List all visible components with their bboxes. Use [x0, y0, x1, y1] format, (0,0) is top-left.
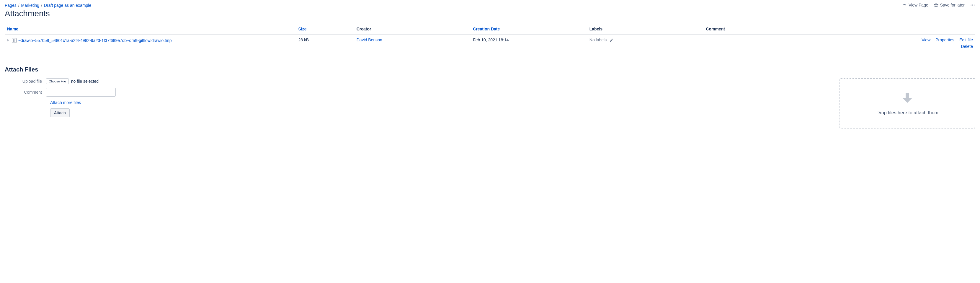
column-header-comment: Comment: [703, 24, 859, 35]
comment-label: Comment: [5, 90, 46, 94]
attachment-creator-link[interactable]: David Benson: [356, 37, 382, 42]
file-dropzone[interactable]: Drop files here to attach them: [840, 78, 975, 128]
breadcrumb-separator: /: [18, 3, 19, 8]
action-divider: [933, 38, 933, 42]
column-header-name[interactable]: Name: [5, 24, 296, 35]
view-page-label: View Page: [908, 3, 928, 7]
svg-point-3: [974, 5, 975, 6]
attach-button[interactable]: Attach: [50, 109, 70, 117]
attachment-creation-date: Feb 10, 2021 18:14: [471, 35, 587, 52]
attach-more-files-link[interactable]: Attach more files: [50, 100, 81, 105]
dropzone-text: Drop files here to attach them: [877, 110, 939, 115]
attachments-table: Name Size Creator Creation Date Labels C…: [5, 24, 975, 52]
action-delete[interactable]: Delete: [961, 44, 973, 49]
attachment-size: 28 kB: [296, 35, 354, 52]
view-page-button[interactable]: View Page: [903, 3, 928, 7]
breadcrumb: Pages / Marketing / Draft page as an exa…: [5, 2, 91, 8]
column-header-creation-date[interactable]: Creation Date: [471, 24, 587, 35]
upload-file-label: Upload file: [5, 79, 46, 83]
svg-marker-0: [934, 3, 938, 7]
star-icon: [934, 3, 939, 7]
attachment-file-link[interactable]: ~drawio~557058_54801c1a-a2f4-4982-9a23-1…: [18, 38, 172, 43]
more-actions-button[interactable]: [970, 2, 975, 8]
svg-point-1: [970, 5, 971, 6]
action-edit-file[interactable]: Edit file: [959, 37, 973, 42]
save-for-later-button[interactable]: Save for later: [934, 3, 965, 7]
download-arrow-icon: [900, 91, 915, 107]
table-row: ~drawio~557058_54801c1a-a2f4-4982-9a23-1…: [5, 35, 975, 52]
breadcrumb-separator: /: [41, 3, 42, 8]
attach-files-heading: Attach Files: [5, 66, 975, 73]
column-header-size[interactable]: Size: [296, 24, 354, 35]
ellipsis-icon: [970, 2, 975, 8]
comment-input[interactable]: [46, 88, 116, 97]
breadcrumb-link-marketing[interactable]: Marketing: [21, 3, 39, 8]
choose-file-button[interactable]: Choose File: [46, 78, 69, 84]
reply-arrow-icon: [903, 3, 907, 7]
breadcrumb-link-draft-page[interactable]: Draft page as an example: [44, 3, 91, 8]
edit-labels-icon[interactable]: [609, 38, 614, 42]
attachment-file-icon: [12, 38, 16, 43]
attach-files-form: Upload file Choose File no file selected…: [5, 78, 116, 117]
attachment-labels: No labels: [589, 37, 606, 42]
column-header-actions: [859, 24, 975, 35]
expand-row-toggle[interactable]: [7, 37, 10, 43]
action-properties[interactable]: Properties: [935, 37, 954, 42]
column-header-labels: Labels: [587, 24, 704, 35]
file-selection-status: no file selected: [71, 79, 99, 83]
attachment-comment: [703, 35, 859, 52]
save-for-later-label: Save for later: [940, 3, 965, 7]
breadcrumb-link-pages[interactable]: Pages: [5, 3, 16, 8]
svg-point-2: [972, 5, 973, 6]
page-title: Attachments: [5, 9, 91, 18]
action-view[interactable]: View: [921, 37, 931, 42]
column-header-creator: Creator: [354, 24, 471, 35]
